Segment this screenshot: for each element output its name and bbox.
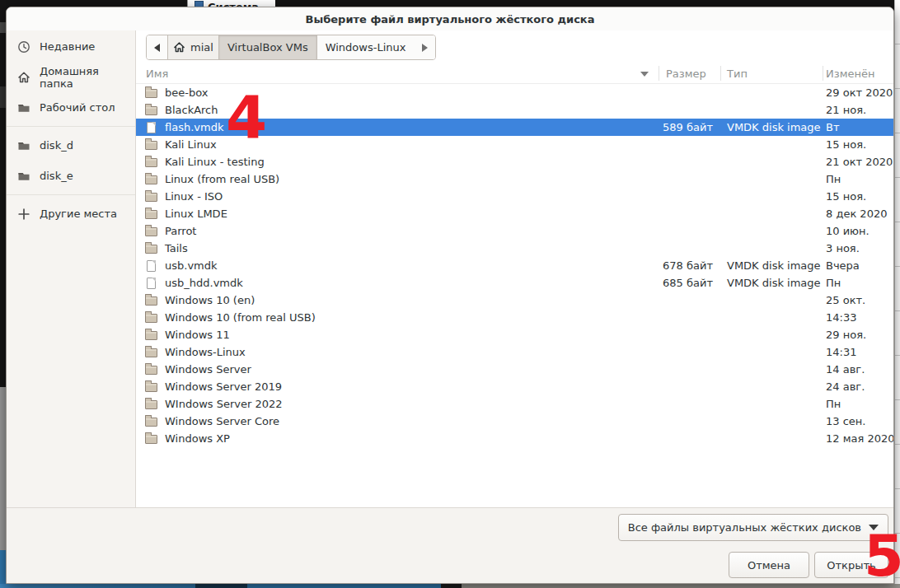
clock-icon (17, 40, 30, 54)
file-name: Linux LMDE (165, 208, 227, 220)
file-row[interactable]: Windows 10 (from real USB)14:33 (136, 309, 893, 326)
sidebar-item-недавние[interactable]: Недавние (7, 31, 135, 62)
pathbar-row: mialVirtualBox VMsWindows-Linux (136, 30, 893, 63)
file-row[interactable]: Windows XP12 мая 2020 (136, 430, 893, 447)
file-row[interactable]: Linux LMDE8 дек 2020 (136, 205, 893, 222)
file-row[interactable]: Windows 10 (en)25 окт. (136, 292, 893, 309)
file-name: Linux (from real USB) (165, 173, 279, 185)
cell-modified: Пн (823, 398, 893, 410)
sidebar-item-label: Другие места (40, 208, 117, 220)
file-row[interactable]: Windows Server Core13 сен. (136, 413, 893, 430)
file-row[interactable]: Tails3 ноя. (136, 240, 893, 257)
file-name: Kali Linux (165, 138, 217, 151)
system-menu-icon (195, 1, 204, 7)
cell-modified: Вт (823, 121, 893, 133)
cell-modified: 14:33 (823, 311, 893, 324)
background-fragment (0, 387, 6, 550)
cell-modified: 15 ноя. (823, 138, 893, 151)
cell-modified: 25 окт. (823, 294, 893, 306)
file-name: Tails (165, 242, 188, 254)
cell-modified: 10 июн. (823, 225, 893, 237)
cell-modified: 15 ноя. (823, 190, 893, 203)
sidebar-item-disk_d[interactable]: disk_d (7, 130, 135, 161)
cell-modified: Пн (823, 277, 893, 289)
sidebar-item-label: Домашняя папка (40, 65, 135, 90)
cell-modified: 21 окт 2020 (823, 156, 893, 168)
cell-modified: 29 ноя. (823, 329, 893, 341)
cancel-button[interactable]: Отмена (729, 552, 809, 578)
cell-name: Windows XP (136, 432, 659, 446)
path-segment-label: mial (190, 41, 213, 54)
column-header-size[interactable]: Размер (659, 63, 720, 83)
folder-icon (145, 294, 158, 307)
sidebar-item-другие-места[interactable]: Другие места (7, 198, 135, 229)
cell-size: 678 байт (659, 259, 720, 272)
folder-icon (145, 173, 158, 186)
file-row[interactable]: Linux (from real USB)Пн (136, 170, 893, 188)
dialog-body: НедавниеДомашняя папкаРабочий столdisk_d… (7, 30, 893, 507)
path-forward-button[interactable] (414, 35, 435, 59)
cell-name: WIndows Server 2022 (136, 398, 659, 411)
cell-modified: 14 авг. (823, 363, 893, 376)
folder-icon (145, 398, 158, 411)
column-header-modified[interactable]: Изменён (823, 63, 893, 83)
folder-icon (145, 363, 158, 376)
file-name: Windows 10 (from real USB) (165, 311, 316, 324)
sidebar-separator (7, 194, 135, 195)
file-name: BlackArch (165, 104, 218, 116)
file-row[interactable]: WIndows Server 2022Пн (136, 395, 893, 413)
file-name: bee-box (165, 86, 208, 99)
cell-type: VMDK disk image (720, 277, 823, 289)
folder-icon (17, 139, 30, 152)
background-fragment (0, 22, 6, 33)
cell-name: Kali Linux - testing (136, 156, 659, 169)
folder-icon (145, 104, 158, 117)
file-row[interactable]: Windows Server14 авг. (136, 361, 893, 378)
file-row[interactable]: Linux - ISO15 ноя. (136, 188, 893, 205)
path-segment-mial[interactable]: mial (168, 35, 219, 59)
cell-name: Windows 11 (136, 329, 659, 342)
folder-icon (145, 346, 158, 359)
column-header-name[interactable]: Имя (136, 63, 659, 83)
system-menu-label: Система (208, 1, 259, 7)
folder-icon (145, 138, 158, 152)
file-row[interactable]: usb.vmdk678 байтVMDK disk imageВчера (136, 257, 893, 274)
cell-modified: Вчера (823, 259, 893, 272)
file-row[interactable]: Windows Server 201924 авг. (136, 378, 893, 395)
home-icon (17, 71, 30, 84)
folder-icon (17, 170, 30, 183)
file-name: Windows Server (165, 363, 251, 376)
sidebar-item-label: disk_d (40, 139, 73, 152)
file-name: Windows 10 (en) (165, 294, 255, 306)
path-segment-virtualbox-vms[interactable]: VirtualBox VMs (219, 35, 317, 59)
dialog-titlebar[interactable]: Выберите файл виртуального жёсткого диск… (7, 7, 893, 30)
file-row[interactable]: Windows 1129 ноя. (136, 326, 893, 343)
folder-icon (145, 208, 158, 221)
sidebar-item-disk_e[interactable]: disk_e (7, 161, 135, 191)
cell-modified: 8 дек 2020 (823, 208, 893, 220)
cell-name: Linux - ISO (136, 190, 659, 203)
path-back-button[interactable] (147, 35, 168, 59)
cell-modified: 13 сен. (823, 415, 893, 427)
sidebar-separator (7, 126, 135, 127)
dialog-title: Выберите файл виртуального жёсткого диск… (306, 13, 595, 26)
file-row[interactable]: Kali Linux - testing21 окт 2020 (136, 153, 893, 170)
sidebar-item-домашняя-папка[interactable]: Домашняя папка (7, 62, 135, 92)
file-row[interactable]: Parrot10 июн. (136, 222, 893, 240)
file-type-filter-dropdown[interactable]: Все файлы виртуальных жёстких дисков (618, 514, 888, 541)
places-sidebar: НедавниеДомашняя папкаРабочий столdisk_d… (7, 30, 136, 507)
background-window-right-edge (894, 0, 900, 584)
path-segment-windows-linux[interactable]: Windows-Linux (317, 35, 415, 59)
sort-descending-icon[interactable] (640, 72, 649, 77)
column-header-type[interactable]: Тип (720, 63, 823, 83)
file-chooser-dialog: Выберите файл виртуального жёсткого диск… (6, 7, 894, 584)
cell-size: 589 байт (659, 121, 720, 133)
folder-icon (145, 156, 158, 169)
cell-name: Windows 10 (from real USB) (136, 311, 659, 324)
sidebar-item-рабочий-стол[interactable]: Рабочий стол (7, 92, 135, 123)
path-segment-label: VirtualBox VMs (227, 41, 308, 54)
file-row[interactable]: usb_hdd.vmdk685 байтVMDK disk imageПн (136, 274, 893, 292)
cell-name: Kali Linux (136, 138, 659, 152)
file-name: Windows Server Core (165, 415, 279, 427)
file-row[interactable]: Windows-Linux14:31 (136, 343, 893, 361)
